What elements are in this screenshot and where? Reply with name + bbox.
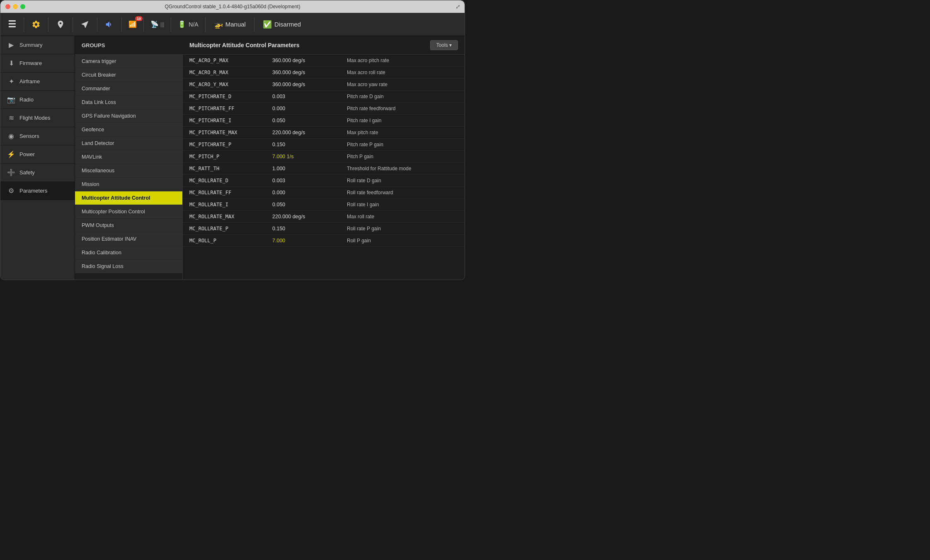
toolbar: ☰ 📶 10 📡 ||| 🔋 N/A 🚁 Manual ✅ Disarmed	[0, 13, 465, 36]
group-item-commander[interactable]: Commander	[75, 82, 182, 96]
group-item-mission[interactable]: Mission	[75, 178, 182, 191]
param-value: 220.000 deg/s	[272, 214, 347, 220]
group-item-radio-calibration[interactable]: Radio Calibration	[75, 246, 182, 260]
param-desc: Max acro yaw rate	[347, 82, 388, 87]
param-row[interactable]: MC_PITCHRATE_I 0.050 Pitch rate I gain	[183, 115, 465, 127]
group-item-geofence[interactable]: Geofence	[75, 123, 182, 137]
traffic-lights	[5, 4, 25, 9]
flight-modes-icon: ≋	[7, 114, 15, 122]
summary-icon: ▶	[7, 41, 15, 49]
tools-button[interactable]: Tools ▾	[430, 40, 458, 50]
group-item-miscellaneous[interactable]: Miscellaneous	[75, 164, 182, 178]
arm-disarm-button[interactable]: ✅ Disarmed	[258, 18, 306, 31]
sidebar-label-firmware: Firmware	[19, 60, 42, 66]
param-desc: Pitch rate feedforward	[347, 106, 395, 111]
param-name: MC_ROLLRATE_MAX	[189, 214, 272, 220]
param-desc: Roll rate P gain	[347, 226, 381, 232]
param-row[interactable]: MC_ROLLRATE_P 0.150 Roll rate P gain	[183, 223, 465, 235]
window-title: QGroundControl stable_1.0.4-4840-g15a060…	[165, 4, 300, 10]
params-title: Multicopter Attitude Control Parameters	[189, 42, 430, 48]
param-row[interactable]: MC_PITCHRATE_MAX 220.000 deg/s Max pitch…	[183, 127, 465, 139]
param-desc: Max roll rate	[347, 214, 374, 220]
group-item-mc-attitude[interactable]: Multicopter Attitude Control	[75, 191, 182, 205]
groups-column: Camera triggerCircuit BreakerCommanderDa…	[75, 55, 183, 280]
battery-status: 🔋 N/A	[174, 20, 201, 28]
param-desc: Roll rate I gain	[347, 202, 379, 208]
sidebar-item-safety[interactable]: ➕ Safety	[0, 164, 75, 182]
param-row[interactable]: MC_PITCH_P 7.000 1/s Pitch P gain	[183, 151, 465, 163]
group-item-mc-position[interactable]: Multicopter Position Control	[75, 205, 182, 219]
sidebar-item-airframe[interactable]: ✦ Airframe	[0, 72, 75, 91]
main-content: ▶ Summary ⬇ Firmware ✦ Airframe 📷 Radio …	[0, 36, 465, 280]
sidebar-item-radio[interactable]: 📷 Radio	[0, 91, 75, 109]
toolbar-divider-8	[205, 17, 206, 32]
sidebar-label-safety: Safety	[19, 169, 35, 176]
telemetry-status: 📡 |||	[147, 20, 167, 28]
safety-icon: ➕	[7, 169, 15, 176]
param-row[interactable]: MC_ACRO_P_MAX 360.000 deg/s Max acro pit…	[183, 55, 465, 67]
param-row[interactable]: MC_ROLL_P 7.000 Roll P gain	[183, 235, 465, 247]
group-item-data-link-loss[interactable]: Data Link Loss	[75, 96, 182, 109]
vehicle-setup-button[interactable]	[52, 17, 69, 31]
param-name: MC_ROLL_P	[189, 238, 272, 244]
param-row[interactable]: MC_ACRO_R_MAX 360.000 deg/s Max acro rol…	[183, 67, 465, 79]
sidebar-item-summary[interactable]: ▶ Summary	[0, 36, 75, 54]
param-value: 0.150	[272, 226, 347, 232]
param-value: 360.000 deg/s	[272, 58, 347, 63]
param-desc: Threshold for Rattitude mode	[347, 166, 411, 171]
group-item-gps-failure[interactable]: GPS Failure Navigation	[75, 109, 182, 123]
armed-label: Disarmed	[274, 21, 301, 28]
params-body: Camera triggerCircuit BreakerCommanderDa…	[75, 55, 465, 280]
parameters-list: MC_ACRO_P_MAX 360.000 deg/s Max acro pit…	[183, 55, 465, 280]
toolbar-divider-5	[121, 17, 122, 32]
param-row[interactable]: MC_ROLLRATE_I 0.050 Roll rate I gain	[183, 199, 465, 211]
sidebar-item-parameters[interactable]: ⚙ Parameters	[0, 182, 75, 200]
param-desc: Pitch P gain	[347, 154, 373, 159]
param-value: 7.000	[272, 238, 347, 244]
param-row[interactable]: MC_ACRO_Y_MAX 360.000 deg/s Max acro yaw…	[183, 79, 465, 91]
group-item-pwm-outputs[interactable]: PWM Outputs	[75, 219, 182, 232]
group-item-position-estimator[interactable]: Position Estimator INAV	[75, 232, 182, 246]
param-desc: Roll rate D gain	[347, 178, 381, 183]
sidebar-item-power[interactable]: ⚡ Power	[0, 145, 75, 164]
param-name: MC_ROLLRATE_P	[189, 226, 272, 232]
param-name: MC_ACRO_R_MAX	[189, 70, 272, 75]
parameters-icon: ⚙	[7, 187, 15, 195]
param-name: MC_RATT_TH	[189, 166, 272, 171]
sidebar-item-flight-modes[interactable]: ≋ Flight Modes	[0, 109, 75, 127]
group-item-circuit-breaker[interactable]: Circuit Breaker	[75, 68, 182, 82]
param-value: 7.000 1/s	[272, 154, 347, 159]
fly-button[interactable]	[101, 17, 118, 31]
settings-button[interactable]	[27, 17, 45, 31]
menu-button[interactable]: ☰	[4, 17, 20, 32]
param-row[interactable]: MC_RATT_TH 1.000 Threshold for Rattitude…	[183, 163, 465, 175]
signal-status: 📶 10	[125, 19, 140, 30]
group-item-mavlink[interactable]: MAVLink	[75, 150, 182, 164]
close-button[interactable]	[5, 4, 10, 9]
param-row[interactable]: MC_PITCHRATE_D 0.003 Pitch rate D gain	[183, 91, 465, 103]
radio-icon: 📷	[7, 96, 15, 104]
param-value: 1.000	[272, 166, 347, 171]
sidebar-label-sensors: Sensors	[19, 133, 39, 139]
param-name: MC_PITCH_P	[189, 154, 272, 159]
param-row[interactable]: MC_ROLLRATE_MAX 220.000 deg/s Max roll r…	[183, 211, 465, 223]
param-name: MC_PITCHRATE_I	[189, 118, 272, 123]
param-row[interactable]: MC_ROLLRATE_D 0.003 Roll rate D gain	[183, 175, 465, 187]
flight-mode-button[interactable]: 🚁 Manual	[209, 18, 251, 31]
param-value: 0.150	[272, 142, 347, 147]
sidebar-item-firmware[interactable]: ⬇ Firmware	[0, 54, 75, 72]
firmware-icon: ⬇	[7, 59, 15, 67]
power-icon: ⚡	[7, 150, 15, 158]
plan-button[interactable]	[76, 17, 94, 31]
maximize-button[interactable]	[20, 4, 25, 9]
group-item-land-detector[interactable]: Land Detector	[75, 137, 182, 150]
group-item-camera-trigger[interactable]: Camera trigger	[75, 55, 182, 68]
param-row[interactable]: MC_PITCHRATE_P 0.150 Pitch rate P gain	[183, 139, 465, 151]
param-row[interactable]: MC_ROLLRATE_FF 0.000 Roll rate feedforwa…	[183, 187, 465, 199]
minimize-button[interactable]	[13, 4, 18, 9]
sidebar-label-airframe: Airframe	[19, 78, 40, 84]
sidebar-item-sensors[interactable]: ◉ Sensors	[0, 127, 75, 145]
param-row[interactable]: MC_PITCHRATE_FF 0.000 Pitch rate feedfor…	[183, 103, 465, 115]
param-name: MC_PITCHRATE_D	[189, 94, 272, 99]
group-item-radio-signal-loss[interactable]: Radio Signal Loss	[75, 260, 182, 273]
